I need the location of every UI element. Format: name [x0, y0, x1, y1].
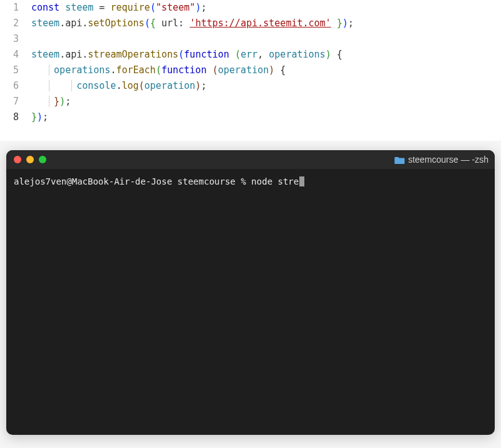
code-content: console.log(operation);: [31, 78, 207, 94]
line-number: 4: [0, 47, 31, 63]
code-content: steem.api.streamOperations(function (err…: [31, 47, 343, 63]
prompt-char: %: [240, 176, 245, 186]
line-number: 3: [0, 31, 31, 47]
prompt-path: steemcourse: [177, 176, 235, 186]
minimize-icon[interactable]: [26, 156, 34, 163]
terminal-title: steemcourse — -zsh: [395, 155, 488, 165]
line-number: 5: [0, 63, 31, 78]
code-content: const steem = require("steem");: [31, 0, 207, 16]
code-content: operations.forEach(function (operation) …: [31, 63, 286, 78]
traffic-lights: [14, 156, 46, 163]
code-content: steem.api.setOptions({ url: 'https://api…: [31, 16, 354, 31]
line-number: 2: [0, 16, 31, 31]
prompt-user: alejos7ven@MacBook-Air-de-Jose: [14, 176, 172, 186]
terminal-titlebar[interactable]: steemcourse — -zsh: [6, 150, 495, 169]
folder-icon: [395, 156, 405, 164]
code-content: });: [31, 94, 71, 109]
line-number: 8: [0, 109, 31, 125]
code-editor[interactable]: 1 const steem = require("steem"); 2 stee…: [0, 0, 501, 141]
code-content: });: [31, 109, 48, 125]
terminal-command: node stre: [251, 176, 299, 186]
line-number: 6: [0, 78, 31, 94]
maximize-icon[interactable]: [39, 156, 46, 163]
terminal-window[interactable]: steemcourse — -zsh alejos7ven@MacBook-Ai…: [6, 150, 495, 435]
line-number: 1: [0, 0, 31, 16]
terminal-body[interactable]: alejos7ven@MacBook-Air-de-Jose steemcour…: [6, 169, 495, 194]
line-number: 7: [0, 94, 31, 109]
cursor-icon: [299, 176, 304, 186]
close-icon[interactable]: [14, 156, 21, 163]
